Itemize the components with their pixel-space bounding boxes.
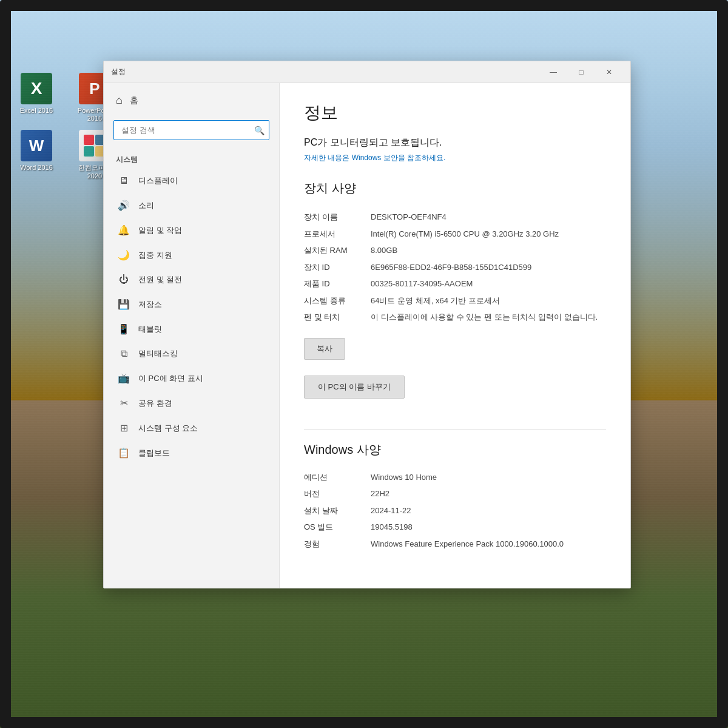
windows-security-link[interactable]: 자세한 내용은 Windows 보안을 참조하세요. [304, 153, 606, 163]
power-label: 전원 및 절전 [138, 274, 182, 285]
spec-value-system-type: 64비트 운영 체제, x64 기반 프로세서 [371, 295, 606, 307]
display-icon: 🖥 [118, 175, 130, 186]
spec-row-os-build: OS 빌드 19045.5198 [304, 519, 606, 536]
search-input[interactable] [113, 120, 269, 140]
search-box: 🔍 [113, 120, 269, 140]
spec-label-processor: 프로세서 [304, 228, 371, 240]
home-label: 홈 [130, 95, 138, 106]
sidebar-item-focus[interactable]: 🌙 집중 지원 [104, 243, 279, 268]
spec-row-system-type: 시스템 종류 64비트 운영 체제, x64 기반 프로세서 [304, 292, 606, 309]
sysconfig-icon: ⊞ [118, 422, 130, 434]
window-title: 설정 [111, 67, 539, 77]
spec-value-device-name: DESKTOP-OEF4NF4 [371, 211, 606, 223]
sidebar: ⌂ 홈 🔍 시스템 🖥 디스플레이 🔊 소리 🔔 알림 및 작업 🌙 [104, 83, 280, 588]
storage-icon: 💾 [118, 298, 130, 310]
sidebar-item-multitasking[interactable]: ⧉ 멀티태스킹 [104, 342, 279, 366]
device-spec-table: 장치 이름 DESKTOP-OEF4NF4 프로세서 Intel(R) Core… [304, 209, 606, 326]
spec-label-experience: 경험 [304, 538, 371, 550]
page-title: 정보 [304, 101, 606, 124]
spec-label-install-date: 설치 날짜 [304, 505, 371, 517]
sidebar-item-sharing[interactable]: ✂ 공유 환경 [104, 391, 279, 416]
main-content: 정보 PC가 모니터링되고 보호됩니다. 자세한 내용은 Windows 보안을… [280, 83, 630, 588]
power-icon: ⏻ [118, 274, 130, 285]
spec-row-experience: 경험 Windows Feature Experience Pack 1000.… [304, 536, 606, 553]
spec-label-product-id: 제품 ID [304, 278, 371, 290]
spec-row-product-id: 제품 ID 00325-80117-34095-AAOEM [304, 275, 606, 292]
section-divider [304, 429, 606, 430]
spec-label-device-id: 장치 ID [304, 261, 371, 274]
sidebar-section-title: 시스템 [104, 150, 279, 169]
sidebar-item-display[interactable]: 🖥 디스플레이 [104, 169, 279, 193]
tablet-icon: 📱 [118, 323, 130, 335]
tablet-label: 태블릿 [138, 324, 162, 335]
spec-label-device-name: 장치 이름 [304, 211, 371, 223]
spec-row-device-id: 장치 ID 6E965F88-EDD2-46F9-B858-155D1C41D5… [304, 259, 606, 276]
multitasking-icon: ⧉ [118, 348, 130, 359]
sidebar-item-projecting[interactable]: 📺 이 PC에 화면 표시 [104, 366, 279, 391]
spec-label-pen-touch: 펜 및 터치 [304, 311, 371, 323]
sidebar-item-sysconfig[interactable]: ⊞ 시스템 구성 요소 [104, 416, 279, 440]
spec-row-edition: 에디션 Windows 10 Home [304, 469, 606, 486]
excel-label: Excel 2016 [20, 107, 53, 115]
spec-value-experience: Windows Feature Experience Pack 1000.190… [371, 538, 606, 550]
spec-value-os-build: 19045.5198 [371, 521, 606, 533]
spec-value-processor: Intel(R) Core(TM) i5-6500 CPU @ 3.20GHz … [371, 228, 606, 240]
spec-value-edition: Windows 10 Home [371, 471, 606, 484]
sharing-label: 공유 환경 [138, 398, 172, 409]
search-icon[interactable]: 🔍 [254, 126, 265, 135]
excel-icon[interactable]: X Excel 2016 [12, 73, 61, 123]
sysconfig-label: 시스템 구성 요소 [138, 423, 198, 434]
spec-value-pen-touch: 이 디스플레이에 사용할 수 있는 펜 또는 터치식 입력이 없습니다. [371, 311, 606, 323]
spec-row-processor: 프로세서 Intel(R) Core(TM) i5-6500 CPU @ 3.2… [304, 226, 606, 243]
spec-row-install-date: 설치 날짜 2024-11-22 [304, 502, 606, 519]
projecting-icon: 📺 [118, 372, 130, 384]
clipboard-label: 클립보드 [138, 448, 170, 459]
sidebar-item-sound[interactable]: 🔊 소리 [104, 193, 279, 218]
spec-label-edition: 에디션 [304, 471, 371, 484]
home-icon: ⌂ [116, 94, 123, 107]
pc-status-text: PC가 모니터링되고 보호됩니다. [304, 136, 606, 149]
focus-label: 집중 지원 [138, 250, 172, 261]
sidebar-home-item[interactable]: ⌂ 홈 [104, 83, 279, 118]
spec-row-version: 버전 22H2 [304, 485, 606, 502]
spec-label-os-build: OS 빌드 [304, 521, 371, 533]
spec-value-ram: 8.00GB [371, 244, 606, 257]
windows-section-title: Windows 사양 [304, 442, 606, 458]
settings-window: 설정 — □ ✕ ⌂ 홈 🔍 시스템 🖥 디스플레이 🔊 [103, 61, 631, 588]
storage-label: 저장소 [138, 299, 162, 310]
spec-row-ram: 설치된 RAM 8.00GB [304, 242, 606, 259]
spec-value-version: 22H2 [371, 488, 606, 500]
word-icon[interactable]: W Word 2016 [12, 130, 61, 180]
spec-row-device-name: 장치 이름 DESKTOP-OEF4NF4 [304, 209, 606, 226]
spec-label-system-type: 시스템 종류 [304, 295, 371, 307]
window-titlebar: 설정 — □ ✕ [104, 61, 630, 83]
device-section-title: 장치 사양 [304, 180, 606, 197]
sidebar-item-power[interactable]: ⏻ 전원 및 절전 [104, 268, 279, 292]
close-button[interactable]: ✕ [595, 63, 623, 81]
sidebar-item-tablet[interactable]: 📱 태블릿 [104, 317, 279, 342]
minimize-button[interactable]: — [539, 63, 567, 81]
word-label: Word 2016 [20, 164, 53, 172]
sidebar-item-storage[interactable]: 💾 저장소 [104, 292, 279, 317]
word-icon-img: W [21, 130, 52, 161]
spec-label-version: 버전 [304, 488, 371, 500]
sound-label: 소리 [138, 200, 154, 211]
rename-pc-button[interactable]: 이 PC의 이름 바꾸기 [304, 376, 405, 399]
spec-label-ram: 설치된 RAM [304, 244, 371, 257]
spec-value-product-id: 00325-80117-34095-AAOEM [371, 278, 606, 290]
projecting-label: 이 PC에 화면 표시 [138, 373, 203, 384]
spec-row-pen-touch: 펜 및 터치 이 디스플레이에 사용할 수 있는 펜 또는 터치식 입력이 없습… [304, 309, 606, 326]
multitasking-label: 멀티태스킹 [138, 348, 178, 359]
sidebar-item-clipboard[interactable]: 📋 클립보드 [104, 440, 279, 465]
display-label: 디스플레이 [138, 175, 178, 186]
sharing-icon: ✂ [118, 397, 130, 409]
excel-icon-img: X [21, 73, 52, 104]
window-controls: — □ ✕ [539, 63, 623, 81]
sound-icon: 🔊 [118, 200, 130, 211]
focus-icon: 🌙 [118, 249, 130, 261]
notifications-label: 알림 및 작업 [138, 225, 182, 236]
sidebar-item-notifications[interactable]: 🔔 알림 및 작업 [104, 218, 279, 243]
copy-button[interactable]: 복사 [304, 338, 345, 360]
maximize-button[interactable]: □ [567, 63, 595, 81]
windows-spec-table: 에디션 Windows 10 Home 버전 22H2 설치 날짜 2024-1… [304, 469, 606, 553]
